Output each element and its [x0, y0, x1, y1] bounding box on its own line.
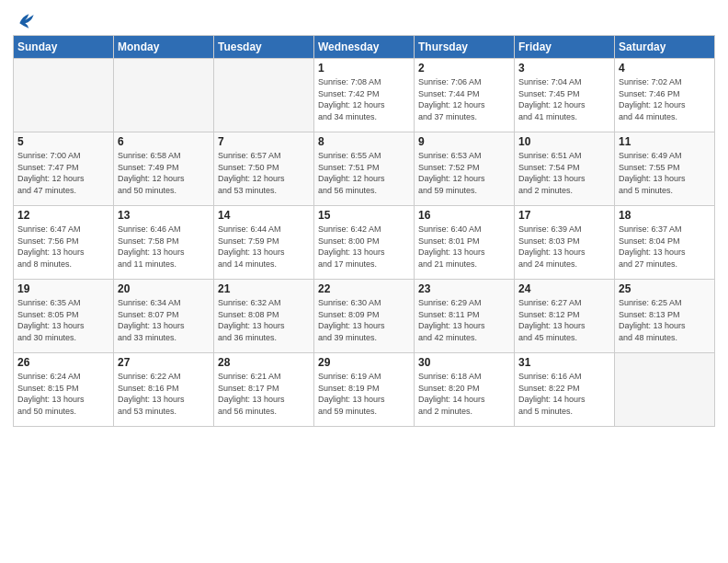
calendar-cell: 24Sunrise: 6:27 AM Sunset: 8:12 PM Dayli… [515, 280, 615, 353]
day-number: 19 [17, 282, 109, 295]
day-info: Sunrise: 6:42 AM Sunset: 8:00 PM Dayligh… [318, 224, 410, 270]
calendar-cell: 30Sunrise: 6:18 AM Sunset: 8:20 PM Dayli… [415, 353, 515, 427]
calendar-cell: 20Sunrise: 6:34 AM Sunset: 8:07 PM Dayli… [114, 280, 214, 353]
day-info: Sunrise: 6:34 AM Sunset: 8:07 PM Dayligh… [118, 297, 210, 343]
day-info: Sunrise: 6:32 AM Sunset: 8:08 PM Dayligh… [218, 297, 310, 343]
calendar-cell: 14Sunrise: 6:44 AM Sunset: 7:59 PM Dayli… [214, 206, 314, 280]
day-number: 7 [218, 135, 310, 148]
day-info: Sunrise: 6:27 AM Sunset: 8:12 PM Dayligh… [518, 297, 610, 343]
weekday-header-tuesday: Tuesday [214, 36, 314, 59]
day-number: 29 [318, 356, 410, 369]
calendar-cell: 5Sunrise: 7:00 AM Sunset: 7:47 PM Daylig… [14, 132, 114, 206]
day-number: 22 [318, 282, 410, 295]
page: SundayMondayTuesdayWednesdayThursdayFrid… [0, 0, 728, 563]
calendar-week-2: 5Sunrise: 7:00 AM Sunset: 7:47 PM Daylig… [14, 132, 715, 206]
day-info: Sunrise: 6:39 AM Sunset: 8:03 PM Dayligh… [518, 224, 610, 270]
calendar-cell: 4Sunrise: 7:02 AM Sunset: 7:46 PM Daylig… [615, 59, 715, 132]
weekday-header-saturday: Saturday [615, 36, 715, 59]
day-info: Sunrise: 6:24 AM Sunset: 8:15 PM Dayligh… [17, 371, 109, 417]
calendar-cell: 9Sunrise: 6:53 AM Sunset: 7:52 PM Daylig… [415, 132, 515, 206]
calendar-cell: 31Sunrise: 6:16 AM Sunset: 8:22 PM Dayli… [515, 353, 615, 427]
day-number: 27 [118, 356, 210, 369]
calendar-cell: 28Sunrise: 6:21 AM Sunset: 8:17 PM Dayli… [214, 353, 314, 427]
calendar-cell: 25Sunrise: 6:25 AM Sunset: 8:13 PM Dayli… [615, 280, 715, 353]
calendar-cell: 17Sunrise: 6:39 AM Sunset: 8:03 PM Dayli… [515, 206, 615, 280]
calendar-cell [14, 59, 114, 132]
day-info: Sunrise: 6:37 AM Sunset: 8:04 PM Dayligh… [619, 224, 711, 270]
calendar-cell: 13Sunrise: 6:46 AM Sunset: 7:58 PM Dayli… [114, 206, 214, 280]
calendar-cell [214, 59, 314, 132]
calendar-cell: 8Sunrise: 6:55 AM Sunset: 7:51 PM Daylig… [314, 132, 415, 206]
day-info: Sunrise: 6:44 AM Sunset: 7:59 PM Dayligh… [218, 224, 310, 270]
day-info: Sunrise: 7:02 AM Sunset: 7:46 PM Dayligh… [619, 76, 711, 122]
day-info: Sunrise: 6:47 AM Sunset: 7:56 PM Dayligh… [17, 224, 109, 270]
day-info: Sunrise: 6:58 AM Sunset: 7:49 PM Dayligh… [118, 150, 210, 196]
day-number: 3 [518, 62, 610, 75]
calendar-cell: 16Sunrise: 6:40 AM Sunset: 8:01 PM Dayli… [415, 206, 515, 280]
calendar-cell: 29Sunrise: 6:19 AM Sunset: 8:19 PM Dayli… [314, 353, 415, 427]
day-info: Sunrise: 6:53 AM Sunset: 7:52 PM Dayligh… [418, 150, 510, 196]
day-number: 24 [518, 282, 610, 295]
day-info: Sunrise: 6:16 AM Sunset: 8:22 PM Dayligh… [518, 371, 610, 417]
day-number: 18 [619, 209, 711, 222]
day-number: 1 [318, 62, 410, 75]
day-number: 20 [118, 282, 210, 295]
calendar-cell: 22Sunrise: 6:30 AM Sunset: 8:09 PM Dayli… [314, 280, 415, 353]
day-number: 16 [418, 209, 510, 222]
day-number: 2 [418, 62, 510, 75]
day-info: Sunrise: 6:35 AM Sunset: 8:05 PM Dayligh… [17, 297, 109, 343]
day-info: Sunrise: 6:22 AM Sunset: 8:16 PM Dayligh… [118, 371, 210, 417]
day-number: 28 [218, 356, 310, 369]
day-number: 14 [218, 209, 310, 222]
calendar-cell [114, 59, 214, 132]
day-info: Sunrise: 7:04 AM Sunset: 7:45 PM Dayligh… [518, 76, 610, 122]
weekday-header-friday: Friday [515, 36, 615, 59]
day-number: 10 [518, 135, 610, 148]
day-info: Sunrise: 6:25 AM Sunset: 8:13 PM Dayligh… [619, 297, 711, 343]
calendar-cell: 12Sunrise: 6:47 AM Sunset: 7:56 PM Dayli… [14, 206, 114, 280]
day-number: 31 [518, 356, 610, 369]
day-info: Sunrise: 6:40 AM Sunset: 8:01 PM Dayligh… [418, 224, 510, 270]
calendar-cell: 23Sunrise: 6:29 AM Sunset: 8:11 PM Dayli… [415, 280, 515, 353]
day-info: Sunrise: 6:46 AM Sunset: 7:58 PM Dayligh… [118, 224, 210, 270]
day-info: Sunrise: 6:21 AM Sunset: 8:17 PM Dayligh… [218, 371, 310, 417]
day-number: 30 [418, 356, 510, 369]
day-info: Sunrise: 7:08 AM Sunset: 7:42 PM Dayligh… [318, 76, 410, 122]
day-info: Sunrise: 7:00 AM Sunset: 7:47 PM Dayligh… [17, 150, 109, 196]
calendar-cell: 2Sunrise: 7:06 AM Sunset: 7:44 PM Daylig… [415, 59, 515, 132]
day-info: Sunrise: 7:06 AM Sunset: 7:44 PM Dayligh… [418, 76, 510, 122]
day-number: 12 [17, 209, 109, 222]
day-info: Sunrise: 6:18 AM Sunset: 8:20 PM Dayligh… [418, 371, 510, 417]
day-number: 25 [619, 282, 711, 295]
calendar-cell [615, 353, 715, 427]
day-number: 8 [318, 135, 410, 148]
calendar: SundayMondayTuesdayWednesdayThursdayFrid… [13, 35, 715, 427]
calendar-cell: 10Sunrise: 6:51 AM Sunset: 7:54 PM Dayli… [515, 132, 615, 206]
day-info: Sunrise: 6:29 AM Sunset: 8:11 PM Dayligh… [418, 297, 510, 343]
day-info: Sunrise: 6:57 AM Sunset: 7:50 PM Dayligh… [218, 150, 310, 196]
day-number: 26 [17, 356, 109, 369]
calendar-cell: 3Sunrise: 7:04 AM Sunset: 7:45 PM Daylig… [515, 59, 615, 132]
calendar-cell: 6Sunrise: 6:58 AM Sunset: 7:49 PM Daylig… [114, 132, 214, 206]
day-info: Sunrise: 6:49 AM Sunset: 7:55 PM Dayligh… [619, 150, 711, 196]
day-info: Sunrise: 6:19 AM Sunset: 8:19 PM Dayligh… [318, 371, 410, 417]
day-number: 17 [518, 209, 610, 222]
day-number: 9 [418, 135, 510, 148]
weekday-header-wednesday: Wednesday [314, 36, 415, 59]
calendar-week-4: 19Sunrise: 6:35 AM Sunset: 8:05 PM Dayli… [14, 280, 715, 353]
weekday-header-sunday: Sunday [14, 36, 114, 59]
calendar-cell: 1Sunrise: 7:08 AM Sunset: 7:42 PM Daylig… [314, 59, 415, 132]
calendar-week-5: 26Sunrise: 6:24 AM Sunset: 8:15 PM Dayli… [14, 353, 715, 427]
day-number: 21 [218, 282, 310, 295]
calendar-cell: 26Sunrise: 6:24 AM Sunset: 8:15 PM Dayli… [14, 353, 114, 427]
calendar-cell: 11Sunrise: 6:49 AM Sunset: 7:55 PM Dayli… [615, 132, 715, 206]
weekday-header-thursday: Thursday [415, 36, 515, 59]
weekday-header-row: SundayMondayTuesdayWednesdayThursdayFrid… [14, 36, 715, 59]
day-info: Sunrise: 6:51 AM Sunset: 7:54 PM Dayligh… [518, 150, 610, 196]
day-number: 11 [619, 135, 711, 148]
day-number: 15 [318, 209, 410, 222]
day-number: 5 [17, 135, 109, 148]
logo-bird-icon [17, 11, 35, 29]
day-number: 23 [418, 282, 510, 295]
calendar-week-3: 12Sunrise: 6:47 AM Sunset: 7:56 PM Dayli… [14, 206, 715, 280]
